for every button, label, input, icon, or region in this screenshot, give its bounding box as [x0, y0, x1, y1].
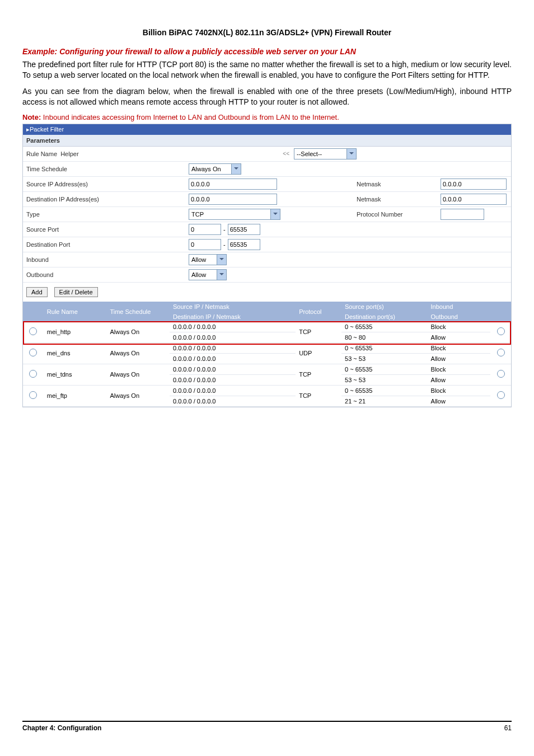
packet-filter-panel: ▸Packet Filter Parameters Rule Name Help…: [22, 124, 512, 407]
col-outbound: Outbound: [428, 312, 491, 322]
col-protocol: Protocol: [296, 302, 341, 322]
rule-sp-cell: 0 ~ 65535: [341, 342, 428, 353]
helper-arrow-icon: <<: [283, 151, 289, 157]
time-schedule-label: Time Schedule: [26, 166, 189, 172]
table-row: mei_tdnsAlways On0.0.0.0 / 0.0.0.0TCP0 ~…: [23, 364, 511, 374]
rule-proto-cell: UDP: [296, 342, 341, 364]
rule-dst-cell: 0.0.0.0 / 0.0.0.0: [170, 396, 296, 406]
row-radio[interactable]: [29, 370, 37, 378]
rule-in-cell: Block: [428, 322, 491, 332]
col-time-schedule: Time Schedule: [106, 302, 170, 322]
source-netmask-input[interactable]: [441, 179, 507, 190]
rule-schedule-cell: Always On: [106, 342, 170, 364]
row-radio[interactable]: [29, 349, 37, 356]
inbound-label: Inbound: [26, 256, 189, 263]
source-port-from-input[interactable]: [189, 224, 221, 235]
rule-sp-cell: 0 ~ 65535: [341, 322, 428, 332]
rule-dp-cell: 21 ~ 21: [341, 396, 428, 406]
time-schedule-select[interactable]: Always On: [189, 163, 241, 175]
rule-name-cell: mei_ftp: [44, 385, 107, 406]
rule-out-cell: Allow: [428, 332, 491, 342]
rule-name-label: Rule Name Helper: [26, 151, 189, 157]
col-source-ip: Source IP / Netmask: [170, 302, 296, 312]
type-label: Type: [26, 211, 189, 218]
chapter-label: Chapter 4: Configuration: [22, 724, 101, 732]
dash-separator: -: [223, 241, 226, 248]
rule-src-cell: 0.0.0.0 / 0.0.0.0: [170, 364, 296, 374]
source-ip-label: Source IP Address(es): [26, 181, 189, 187]
rule-dst-cell: 0.0.0.0 / 0.0.0.0: [170, 374, 296, 385]
col-dest-ip: Destination IP / Netmask: [170, 312, 296, 322]
rule-name-select[interactable]: --Select--: [294, 148, 357, 159]
row-radio-right[interactable]: [497, 391, 505, 399]
rule-dst-cell: 0.0.0.0 / 0.0.0.0: [170, 332, 296, 342]
rule-dst-cell: 0.0.0.0 / 0.0.0.0: [170, 353, 296, 364]
dest-port-from-input[interactable]: [189, 239, 221, 250]
page-title: Billion BiPAC 7402NX(L) 802.11n 3G/ADSL2…: [22, 28, 512, 37]
paragraph-2: As you can see from the diagram below, w…: [22, 86, 512, 107]
rule-schedule-cell: Always On: [106, 364, 170, 385]
table-row: mei_httpAlways On0.0.0.0 / 0.0.0.0TCP0 ~…: [23, 322, 511, 332]
rule-in-cell: Block: [428, 385, 491, 396]
col-rule-name: Rule Name: [44, 302, 107, 322]
rule-schedule-cell: Always On: [106, 385, 170, 406]
inbound-select[interactable]: Allow: [189, 254, 227, 265]
example-heading: Example: Configuring your firewall to al…: [22, 47, 512, 56]
rule-sp-cell: 0 ~ 65535: [341, 385, 428, 396]
dest-netmask-label: Netmask: [357, 196, 441, 203]
rule-dp-cell: 80 ~ 80: [341, 332, 428, 342]
paragraph-1: The predefined port filter rule for HTTP…: [22, 59, 512, 81]
rule-in-cell: Block: [428, 364, 491, 374]
add-button[interactable]: Add: [26, 287, 48, 297]
rule-sp-cell: 0 ~ 65535: [341, 364, 428, 374]
row-radio[interactable]: [29, 391, 37, 399]
rule-src-cell: 0.0.0.0 / 0.0.0.0: [170, 322, 296, 332]
rule-out-cell: Allow: [428, 353, 491, 364]
parameters-heading: Parameters: [23, 135, 511, 147]
note-line: Note: Inbound indicates accessing from I…: [22, 113, 512, 121]
row-radio-right[interactable]: [497, 370, 505, 378]
row-radio-right[interactable]: [497, 349, 505, 356]
col-dest-ports: Destination port(s): [341, 312, 428, 322]
protocol-number-label: Protocol Number: [357, 211, 441, 218]
dest-ip-label: Destination IP Address(es): [26, 196, 189, 203]
dash-separator: -: [223, 226, 226, 233]
page-footer: Chapter 4: Configuration 61: [22, 721, 512, 732]
dest-port-to-input[interactable]: [228, 239, 260, 250]
outbound-select[interactable]: Allow: [189, 269, 227, 280]
edit-delete-button[interactable]: Edit / Delete: [54, 287, 98, 297]
protocol-number-input[interactable]: [441, 209, 484, 220]
col-source-ports: Source port(s): [341, 302, 428, 312]
page-number: 61: [504, 724, 512, 732]
outbound-label: Outbound: [26, 271, 189, 278]
note-label: Note:: [22, 113, 41, 121]
source-port-label: Source Port: [26, 226, 189, 233]
source-netmask-label: Netmask: [357, 181, 441, 187]
type-select[interactable]: TCP: [189, 209, 280, 220]
dest-netmask-input[interactable]: [441, 194, 507, 205]
dest-port-label: Destination Port: [26, 241, 189, 248]
rule-in-cell: Block: [428, 342, 491, 353]
table-row: mei_dnsAlways On0.0.0.0 / 0.0.0.0UDP0 ~ …: [23, 342, 511, 353]
rule-src-cell: 0.0.0.0 / 0.0.0.0: [170, 342, 296, 353]
rule-schedule-cell: Always On: [106, 322, 170, 343]
row-radio[interactable]: [29, 327, 37, 335]
rules-table: Rule Name Time Schedule Source IP / Netm…: [23, 302, 511, 407]
rule-name-cell: mei_tdns: [44, 364, 107, 385]
row-radio-right[interactable]: [497, 327, 505, 335]
note-text: Inbound indicates accessing from Interne…: [41, 113, 339, 121]
source-port-to-input[interactable]: [228, 224, 260, 235]
table-row: mei_ftpAlways On0.0.0.0 / 0.0.0.0TCP0 ~ …: [23, 385, 511, 396]
rule-out-cell: Allow: [428, 374, 491, 385]
rule-proto-cell: TCP: [296, 385, 341, 406]
rule-src-cell: 0.0.0.0 / 0.0.0.0: [170, 385, 296, 396]
source-ip-input[interactable]: [189, 179, 277, 190]
rule-proto-cell: TCP: [296, 322, 341, 343]
rule-name-cell: mei_dns: [44, 342, 107, 364]
rule-dp-cell: 53 ~ 53: [341, 374, 428, 385]
rule-dp-cell: 53 ~ 53: [341, 353, 428, 364]
rule-proto-cell: TCP: [296, 364, 341, 385]
panel-title: ▸Packet Filter: [23, 124, 511, 135]
dest-ip-input[interactable]: [189, 194, 277, 205]
rule-out-cell: Allow: [428, 396, 491, 406]
